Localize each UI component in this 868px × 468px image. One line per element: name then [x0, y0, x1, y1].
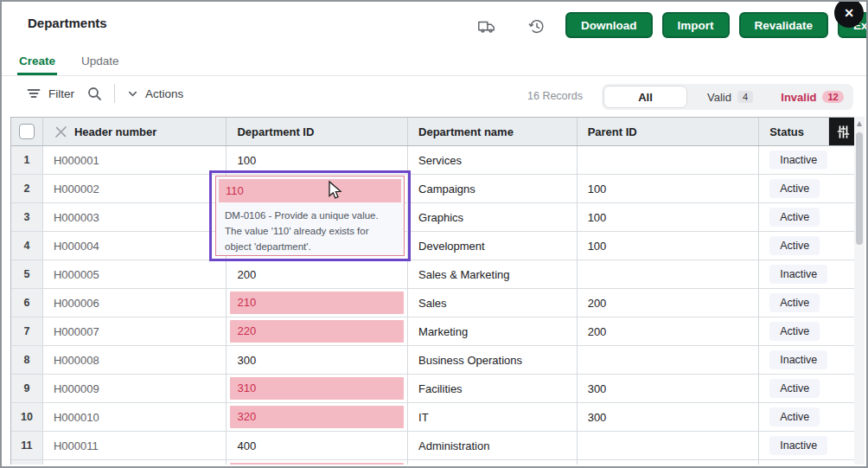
department-id-cell[interactable]: 400 [227, 432, 408, 460]
select-all-checkbox[interactable] [19, 124, 35, 139]
header-number-cell[interactable] [43, 460, 227, 465]
department-name-cell[interactable] [408, 460, 578, 465]
department-name-cell[interactable]: Administration [408, 432, 578, 460]
parent-id-cell[interactable] [578, 260, 760, 289]
search-button[interactable] [86, 86, 102, 101]
status-cell[interactable]: Active [759, 203, 857, 232]
department-name-cell[interactable]: Business Operations [408, 346, 578, 375]
header-number-cell[interactable]: H000009 [43, 375, 227, 403]
row-number-cell[interactable]: 1 [11, 146, 43, 175]
department-name-cell[interactable]: Sales [408, 289, 578, 317]
department-id-cell[interactable]: 300 [227, 346, 408, 375]
row-number-cell[interactable]: 7 [11, 317, 43, 346]
header-number-cell[interactable]: H000004 [43, 232, 227, 260]
parent-id-cell[interactable]: 100 [578, 232, 760, 260]
parent-id-cell[interactable]: 200 [578, 289, 760, 317]
status-cell[interactable]: Active [759, 317, 857, 346]
filter-tab-all-label: All [638, 91, 653, 104]
department-name-cell[interactable]: Facilities [408, 375, 578, 403]
header-number-cell[interactable]: H000005 [43, 260, 227, 289]
status-cell[interactable] [759, 460, 857, 465]
actions-label: Actions [145, 87, 183, 100]
row-number-cell[interactable]: 8 [11, 346, 43, 375]
row-number-cell[interactable]: 4 [11, 232, 43, 260]
status-cell[interactable]: Inactive [759, 432, 857, 460]
department-name-cell[interactable]: Graphics [408, 203, 578, 232]
page-title: Departments [28, 16, 107, 30]
header-number-cell[interactable]: H000008 [43, 346, 227, 375]
parent-id-cell[interactable]: 100 [578, 203, 760, 232]
truck-icon[interactable] [477, 17, 496, 36]
history-icon[interactable] [527, 17, 546, 36]
header-number-cell[interactable]: H000002 [43, 175, 227, 203]
parent-id-cell[interactable] [578, 146, 760, 175]
parent-id-cell[interactable] [578, 460, 760, 465]
scrollbar-thumb[interactable] [856, 132, 863, 245]
status-cell[interactable]: Active [759, 289, 857, 317]
tab-update[interactable]: Update [80, 49, 121, 75]
row-number-cell[interactable]: 3 [11, 203, 43, 232]
department-name-cell[interactable]: IT [408, 403, 578, 432]
vertical-scrollbar[interactable] [854, 117, 865, 465]
parent-id-cell[interactable]: 300 [578, 403, 760, 432]
row-number-cell[interactable]: 10 [11, 403, 43, 432]
row-number-cell[interactable]: 2 [11, 175, 43, 203]
department-id-cell-invalid[interactable]: 310 [227, 375, 408, 403]
table-row: 5 H000005 200 Sales & Marketing Inactive [11, 260, 857, 289]
status-cell[interactable]: Active [759, 375, 857, 403]
actions-menu[interactable]: Actions [127, 87, 183, 100]
header-number-cell[interactable]: H000010 [43, 403, 227, 432]
scroll-up-arrow-icon[interactable] [857, 121, 862, 126]
department-id-cell-invalid[interactable]: 210 [227, 289, 408, 317]
filter-tab-all[interactable]: All [603, 86, 687, 108]
column-department-name[interactable]: Department name [408, 118, 578, 145]
status-cell[interactable]: Inactive [759, 346, 857, 375]
row-number-cell[interactable]: 5 [11, 260, 43, 289]
status-cell[interactable]: Inactive [759, 146, 857, 175]
header-number-cell[interactable]: H000011 [43, 432, 227, 460]
row-number-cell[interactable] [11, 460, 43, 465]
column-parent-id[interactable]: Parent ID [578, 118, 760, 145]
parent-id-cell[interactable] [578, 432, 760, 460]
revalidate-button[interactable]: Revalidate [739, 12, 829, 38]
department-id-cell-invalid[interactable] [227, 460, 408, 465]
row-number-cell[interactable]: 11 [11, 432, 43, 460]
import-button[interactable]: Import [662, 12, 730, 38]
department-name-cell[interactable]: Development [408, 232, 578, 260]
status-cell[interactable]: Active [759, 232, 857, 260]
column-status[interactable]: Status [759, 118, 829, 145]
parent-id-cell[interactable]: 100 [578, 175, 760, 203]
filter-tab-invalid[interactable]: Invalid 12 [771, 84, 853, 110]
row-number-cell[interactable]: 6 [11, 289, 43, 317]
tab-create[interactable]: Create [17, 49, 57, 75]
status-cell[interactable]: Inactive [759, 260, 857, 289]
invalid-department-id-cell[interactable]: 110 [219, 179, 401, 202]
department-name-cell[interactable]: Campaigns [408, 175, 578, 203]
department-id-cell[interactable]: 200 [227, 260, 408, 289]
status-cell[interactable]: Active [759, 403, 857, 432]
department-name-cell[interactable]: Marketing [408, 317, 578, 346]
column-header-number[interactable]: Header number [43, 118, 227, 145]
parent-id-cell[interactable] [578, 346, 760, 375]
department-id-cell-invalid[interactable]: 320 [227, 403, 408, 432]
department-name-cell[interactable]: Services [408, 146, 578, 175]
invalid-value: 220 [230, 320, 404, 343]
header-number-cell[interactable]: H000006 [43, 289, 227, 317]
column-settings-button[interactable] [829, 118, 857, 145]
toolbar-divider [114, 84, 115, 103]
status-badge: Inactive [769, 436, 827, 455]
download-button[interactable]: Download [565, 12, 653, 38]
status-cell[interactable]: Active [759, 175, 857, 203]
column-department-id[interactable]: Department ID [227, 118, 408, 145]
row-number-cell[interactable]: 9 [11, 375, 43, 403]
parent-id-cell[interactable]: 200 [578, 317, 760, 346]
header-number-cell[interactable]: H000007 [43, 317, 227, 346]
department-name-cell[interactable]: Sales & Marketing [408, 260, 578, 289]
filter-button[interactable]: Filter [26, 86, 74, 101]
header-number-cell[interactable]: H000001 [43, 146, 227, 175]
department-id-cell[interactable]: 100 [227, 146, 408, 175]
department-id-cell-invalid[interactable]: 220 [227, 317, 408, 346]
filter-tab-valid[interactable]: Valid 4 [689, 84, 771, 110]
header-number-cell[interactable]: H000003 [43, 203, 227, 232]
parent-id-cell[interactable]: 300 [578, 375, 760, 403]
